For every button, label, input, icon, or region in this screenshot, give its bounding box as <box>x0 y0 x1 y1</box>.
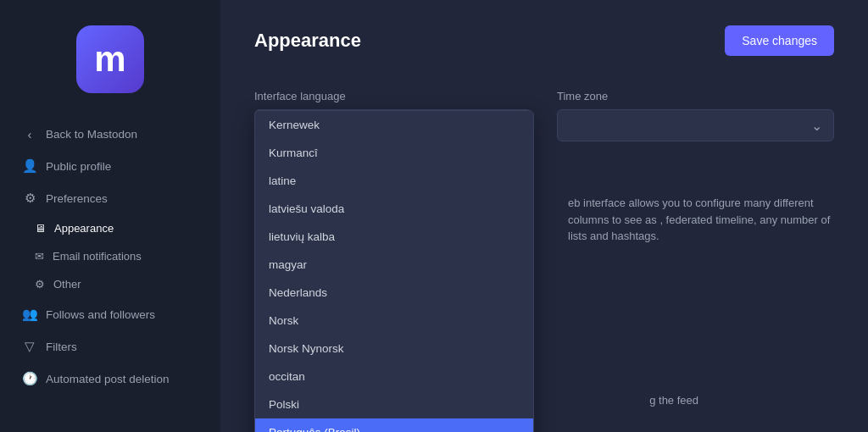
save-button[interactable]: Save changes <box>725 25 834 56</box>
sidebar-item-label: Email notifications <box>53 250 142 263</box>
dropdown-item-nederlands[interactable]: Nederlands <box>255 279 533 307</box>
timezone-select[interactable] <box>557 109 834 141</box>
sidebar-item-preferences[interactable]: ⚙ Preferences <box>8 182 212 214</box>
dropdown-item-norsk[interactable]: Norsk <box>255 307 533 335</box>
preferences-icon: ⚙ <box>22 191 37 206</box>
deletion-icon: 🕐 <box>22 371 37 386</box>
dropdown-item-portugues-brasil[interactable]: Português (Brasil) <box>255 418 533 432</box>
page-title: Appearance <box>254 30 361 52</box>
dropdown-item-latine[interactable]: latine <box>255 167 533 195</box>
dropdown-item-norsk-nynorsk[interactable]: Norsk Nynorsk <box>255 335 533 363</box>
sidebar-item-label: Follows and followers <box>46 308 155 321</box>
sidebar-item-label: Back to Mastodon <box>46 128 137 141</box>
sidebar-nav: ‹ Back to Mastodon 👤 Public profile ⚙ Pr… <box>0 119 220 395</box>
main-content: Appearance Save changes Interface langua… <box>220 0 868 432</box>
dropdown-item-lietuviu-kalba[interactable]: lietuvių kalba <box>255 223 533 251</box>
sidebar-item-appearance[interactable]: 🖥 Appearance <box>21 214 212 242</box>
language-label: Interface language <box>254 90 531 102</box>
main-header: Appearance Save changes <box>254 25 834 56</box>
sidebar-item-follows-followers[interactable]: 👥 Follows and followers <box>8 298 212 330</box>
language-dropdown[interactable]: KernewekKurmancîlatinelatviešu valodalie… <box>254 110 534 432</box>
back-icon: ‹ <box>22 127 37 141</box>
description-text: eb interface allows you to configure man… <box>568 195 851 245</box>
profile-icon: 👤 <box>22 158 37 174</box>
other-icon: ⚙ <box>35 278 45 291</box>
dropdown-item-polski[interactable]: Polski <box>255 390 533 418</box>
timezone-label: Time zone <box>557 90 834 102</box>
sidebar-item-other[interactable]: ⚙ Other <box>21 270 212 298</box>
timezone-select-wrapper <box>557 109 834 141</box>
logo-letter: m <box>94 39 125 80</box>
follows-icon: 👥 <box>22 307 37 322</box>
sidebar-item-label: Preferences <box>46 192 108 205</box>
dropdown-item-kernewek[interactable]: Kernewek <box>255 111 533 139</box>
sidebar-item-filters[interactable]: ▽ Filters <box>8 330 212 363</box>
email-icon: ✉ <box>35 250 44 263</box>
feed-text: g the feed <box>649 394 698 407</box>
dropdown-item-magyar[interactable]: magyar <box>255 251 533 279</box>
filters-icon: ▽ <box>22 339 37 354</box>
dropdown-item-latviesu-valoda[interactable]: latviešu valoda <box>255 195 533 223</box>
sidebar-item-label: Appearance <box>54 222 114 235</box>
sidebar-item-label: Other <box>53 278 81 291</box>
sidebar-item-label: Automated post deletion <box>46 373 170 385</box>
sidebar: m ‹ Back to Mastodon 👤 Public profile ⚙ … <box>0 0 220 432</box>
sidebar-item-public-profile[interactable]: 👤 Public profile <box>8 150 212 182</box>
sidebar-item-label: Public profile <box>46 160 111 173</box>
sidebar-item-email-notifications[interactable]: ✉ Email notifications <box>21 242 212 270</box>
sidebar-item-label: Filters <box>46 341 77 353</box>
mastodon-logo: m <box>76 25 144 93</box>
appearance-icon: 🖥 <box>35 222 46 235</box>
timezone-group: Time zone <box>557 90 834 141</box>
sidebar-sub-nav: 🖥 Appearance ✉ Email notifications ⚙ Oth… <box>8 214 212 298</box>
sidebar-item-back[interactable]: ‹ Back to Mastodon <box>8 119 212 150</box>
sidebar-item-automated-post-deletion[interactable]: 🕐 Automated post deletion <box>8 363 212 395</box>
dropdown-item-kurmanci[interactable]: Kurmancî <box>255 139 533 167</box>
dropdown-item-occitan[interactable]: occitan <box>255 363 533 390</box>
logo-container: m <box>76 25 144 93</box>
